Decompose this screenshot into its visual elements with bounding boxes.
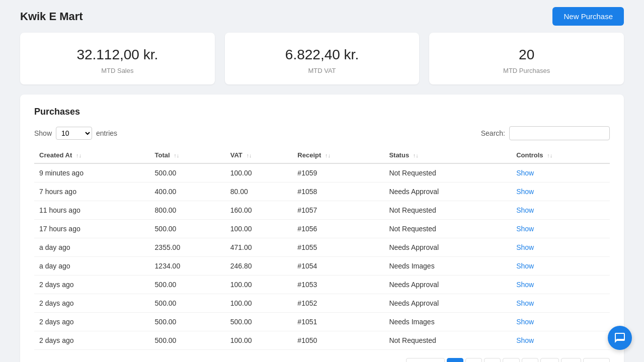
metric-vat-value: 6.822,40 kr.	[235, 47, 410, 63]
col-status[interactable]: Status ↑↓	[384, 147, 511, 163]
cell-created-at: 17 hours ago	[34, 220, 150, 238]
cell-total: 500.00	[150, 220, 225, 238]
table-controls: Show 10 25 50 100 entries Search:	[34, 126, 610, 140]
table-row: a day ago 2355.00 471.00 #1055 Needs App…	[34, 238, 610, 257]
show-link[interactable]: Show	[516, 243, 534, 251]
show-link[interactable]: Show	[516, 318, 534, 326]
sort-icon-vat: ↑↓	[246, 152, 252, 158]
col-vat[interactable]: VAT ↑↓	[225, 147, 293, 163]
col-controls[interactable]: Controls ↑↓	[511, 147, 610, 163]
pagination-page-5[interactable]: 5	[522, 358, 538, 362]
sort-icon-total: ↑↓	[174, 152, 179, 158]
search-label: Search:	[481, 129, 505, 137]
col-receipt[interactable]: Receipt ↑↓	[292, 147, 384, 163]
metric-vat-label: MTD VAT	[235, 67, 410, 74]
pagination-page-4[interactable]: 4	[503, 358, 519, 362]
show-link[interactable]: Show	[516, 262, 534, 270]
pagination-page-3[interactable]: 3	[484, 358, 501, 362]
cell-control: Show	[511, 257, 610, 276]
entries-select[interactable]: 10 25 50 100	[56, 127, 92, 140]
chat-icon	[614, 332, 626, 344]
table-row: 17 hours ago 500.00 100.00 #1056 Not Req…	[34, 220, 610, 238]
show-entries-control: Show 10 25 50 100 entries	[34, 127, 117, 140]
cell-receipt: #1050	[292, 331, 384, 350]
cell-created-at: a day ago	[34, 238, 150, 257]
cell-created-at: 7 hours ago	[34, 183, 150, 201]
sort-icon-controls: ↑↓	[547, 152, 552, 158]
pagination: Previous 1 2 3 4 5 ... 35 Next	[406, 358, 610, 362]
table-header-row: Created At ↑↓ Total ↑↓ VAT ↑↓ Receipt ↑↓…	[34, 147, 610, 163]
cell-status: Needs Approval	[384, 238, 511, 257]
cell-vat: 100.00	[225, 220, 293, 238]
cell-status: Needs Images	[384, 257, 511, 276]
metric-card-sales: 32.112,00 kr. MTD Sales	[20, 33, 215, 84]
table-row: 2 days ago 500.00 100.00 #1053 Needs App…	[34, 276, 610, 294]
show-link[interactable]: Show	[516, 281, 534, 289]
cell-total: 400.00	[150, 183, 225, 201]
pagination-previous[interactable]: Previous	[406, 358, 445, 362]
chat-bubble-button[interactable]	[608, 326, 632, 350]
cell-receipt: #1058	[292, 183, 384, 201]
cell-receipt: #1056	[292, 220, 384, 238]
sort-icon-created-at: ↑↓	[76, 152, 82, 158]
table-row: 7 hours ago 400.00 80.00 #1058 Needs App…	[34, 183, 610, 201]
metric-card-vat: 6.822,40 kr. MTD VAT	[225, 33, 420, 84]
cell-status: Not Requested	[384, 331, 511, 350]
show-link[interactable]: Show	[516, 169, 534, 177]
table-row: 2 days ago 500.00 100.00 #1050 Not Reque…	[34, 331, 610, 350]
pagination-next[interactable]: Next	[583, 358, 610, 362]
col-created-at[interactable]: Created At ↑↓	[34, 147, 150, 163]
cell-receipt: #1057	[292, 201, 384, 220]
cell-created-at: 2 days ago	[34, 331, 150, 350]
pagination-page-2[interactable]: 2	[465, 358, 482, 362]
cell-created-at: 2 days ago	[34, 294, 150, 313]
show-link[interactable]: Show	[516, 336, 534, 344]
show-link[interactable]: Show	[516, 206, 534, 214]
new-purchase-button[interactable]: New Purchase	[552, 7, 624, 26]
pagination-ellipsis: ...	[540, 358, 559, 362]
table-row: a day ago 1234.00 246.80 #1054 Needs Ima…	[34, 257, 610, 276]
cell-vat: 500.00	[225, 313, 293, 331]
cell-receipt: #1055	[292, 238, 384, 257]
show-label: Show	[34, 129, 52, 137]
cell-status: Needs Approval	[384, 276, 511, 294]
cell-vat: 471.00	[225, 238, 293, 257]
search-input[interactable]	[509, 126, 610, 140]
pagination-page-35[interactable]: 35	[561, 358, 581, 362]
cell-status: Not Requested	[384, 220, 511, 238]
table-row: 11 hours ago 800.00 160.00 #1057 Not Req…	[34, 201, 610, 220]
cell-total: 800.00	[150, 201, 225, 220]
show-link[interactable]: Show	[516, 299, 534, 307]
cell-created-at: 11 hours ago	[34, 201, 150, 220]
cell-status: Needs Approval	[384, 183, 511, 201]
metric-sales-value: 32.112,00 kr.	[30, 47, 205, 63]
pagination-page-1[interactable]: 1	[447, 358, 463, 362]
sort-icon-status: ↑↓	[413, 152, 419, 158]
cell-receipt: #1059	[292, 163, 384, 183]
cell-total: 500.00	[150, 313, 225, 331]
header: Kwik E Mart New Purchase	[0, 0, 644, 33]
cell-created-at: 2 days ago	[34, 276, 150, 294]
cell-status: Needs Images	[384, 313, 511, 331]
search-area: Search:	[481, 126, 610, 140]
cell-vat: 100.00	[225, 331, 293, 350]
cell-control: Show	[511, 331, 610, 350]
cell-control: Show	[511, 183, 610, 201]
cell-vat: 100.00	[225, 276, 293, 294]
metric-sales-label: MTD Sales	[30, 67, 205, 74]
cell-control: Show	[511, 163, 610, 183]
purchases-card: Purchases Show 10 25 50 100 entries Sear…	[20, 95, 624, 362]
cell-receipt: #1051	[292, 313, 384, 331]
cell-control: Show	[511, 294, 610, 313]
table-row: 2 days ago 500.00 100.00 #1052 Needs App…	[34, 294, 610, 313]
cell-control: Show	[511, 201, 610, 220]
show-link[interactable]: Show	[516, 188, 534, 196]
cell-vat: 246.80	[225, 257, 293, 276]
col-total[interactable]: Total ↑↓	[150, 147, 225, 163]
metrics-row: 32.112,00 kr. MTD Sales 6.822,40 kr. MTD…	[0, 33, 644, 95]
table-footer: Showing 1 to 10 of 348 entries Previous …	[34, 358, 610, 362]
show-link[interactable]: Show	[516, 225, 534, 233]
cell-status: Not Requested	[384, 163, 511, 183]
cell-control: Show	[511, 220, 610, 238]
entries-label: entries	[96, 129, 117, 137]
